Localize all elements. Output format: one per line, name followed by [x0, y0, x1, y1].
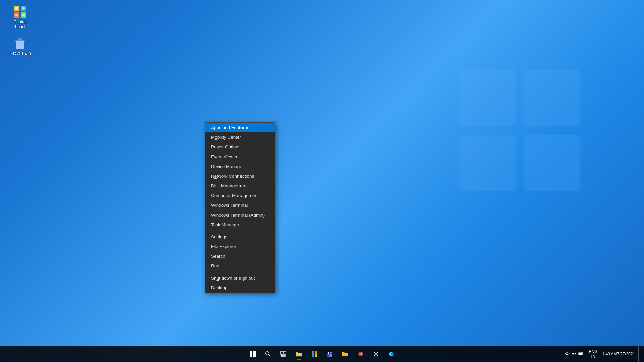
menu-item-desktop[interactable]: Desktop	[205, 283, 275, 293]
menu-item-apps-features[interactable]: Apps and Features	[205, 123, 275, 132]
menu-item-windows-terminal-admin-label: Windows Terminal (Admin)	[211, 213, 265, 218]
clock-date: 7/27/2021	[617, 351, 635, 357]
svg-point-22	[266, 352, 269, 355]
menu-item-file-explorer-label: File Explorer	[211, 244, 236, 249]
taskbar-left: ^	[0, 352, 6, 356]
language-line1: ENG	[589, 349, 598, 354]
svg-rect-0	[460, 70, 516, 126]
show-desktop-button[interactable]	[638, 346, 641, 362]
taskbar-task-view-button[interactable]	[276, 347, 291, 361]
language-indicator[interactable]: ENG IN	[588, 349, 599, 360]
clock-button[interactable]: 1:40 AM 7/27/2021	[600, 350, 637, 358]
menu-item-task-manager[interactable]: Task Manager	[205, 220, 275, 230]
menu-item-computer-management-label: Computer Management	[211, 193, 259, 198]
menu-item-power-options[interactable]: Power Options	[205, 142, 275, 152]
menu-item-mobility-center[interactable]: Mobility Center	[205, 132, 275, 142]
taskbar-center-icons: R	[245, 347, 399, 361]
tray-icons-area	[562, 350, 586, 358]
menu-item-disk-management-label: Disk Management	[211, 183, 248, 188]
desktop-icon-recycle-bin[interactable]: Recycle Bin	[7, 35, 34, 57]
svg-point-9	[22, 7, 25, 10]
menu-item-settings-label: Settings	[211, 234, 227, 239]
menu-item-desktop-label: Desktop	[211, 285, 228, 290]
menu-divider-2	[205, 272, 275, 272]
svg-rect-26	[281, 355, 285, 357]
recycle-bin-label: Recycle Bin	[9, 51, 31, 56]
svg-rect-24	[281, 351, 283, 355]
desktop-icons: Control Panel Recycle Bin	[7, 3, 34, 57]
menu-item-shut-down-label: Shut down or sign out	[211, 276, 255, 281]
language-line2: IN	[589, 354, 598, 359]
menu-item-device-manager[interactable]: Device Manager	[205, 162, 275, 171]
desktop-icon-control-panel[interactable]: Control Panel	[7, 3, 34, 31]
taskbar: ^	[0, 346, 644, 362]
taskbar-search-button[interactable]	[261, 347, 275, 361]
menu-item-task-manager-label: Task Manager	[211, 222, 239, 227]
svg-rect-25	[284, 351, 286, 355]
svg-rect-41	[583, 353, 583, 354]
menu-item-search[interactable]: Search	[205, 251, 275, 261]
svg-point-33	[328, 352, 329, 354]
submenu-chevron-icon: ›	[268, 276, 269, 280]
menu-item-device-manager-label: Device Manager	[211, 164, 244, 169]
menu-item-event-viewer-label: Event Viewer	[211, 154, 237, 159]
network-tray-icon[interactable]	[565, 351, 570, 357]
menu-item-disk-management[interactable]: Disk Management	[205, 181, 275, 191]
start-button[interactable]	[245, 347, 260, 361]
battery-tray-icon[interactable]	[578, 351, 584, 357]
svg-rect-2	[460, 135, 516, 191]
menu-item-search-label: Search	[211, 254, 225, 259]
svg-rect-28	[315, 351, 317, 354]
volume-tray-icon[interactable]	[572, 351, 576, 357]
svg-rect-27	[312, 351, 314, 354]
svg-point-10	[15, 14, 18, 16]
windows-logo-watermark	[456, 67, 584, 194]
menu-item-windows-terminal[interactable]: Windows Terminal	[205, 200, 275, 210]
menu-item-apps-features-label: Apps and Features	[211, 125, 249, 130]
menu-item-power-options-label: Power Options	[211, 144, 241, 149]
desktop: Control Panel Recycle Bin Apps and Featu…	[0, 0, 644, 362]
tray-show-hidden-button[interactable]: ⌃	[554, 351, 561, 357]
svg-rect-18	[250, 351, 252, 354]
control-panel-label: Control Panel	[8, 20, 32, 29]
context-menu: Apps and Features Mobility Center Power …	[205, 122, 275, 293]
menu-item-file-explorer[interactable]: File Explorer	[205, 242, 275, 251]
menu-item-network-connections[interactable]: Network Connections	[205, 171, 275, 181]
svg-point-37	[375, 353, 377, 355]
clock-time: 1:40 AM	[602, 351, 617, 357]
system-tray: ⌃	[554, 346, 644, 362]
menu-item-run[interactable]: Run	[205, 261, 275, 271]
svg-rect-14	[18, 38, 22, 40]
menu-item-settings[interactable]: Settings	[205, 232, 275, 242]
menu-item-computer-management[interactable]: Computer Management	[205, 191, 275, 200]
taskbar-folder-button[interactable]	[338, 347, 353, 361]
svg-rect-13	[15, 40, 25, 41]
taskbar-file-explorer-button[interactable]	[291, 347, 306, 361]
taskbar-settings-button[interactable]	[369, 347, 383, 361]
menu-item-event-viewer[interactable]: Event Viewer	[205, 152, 275, 162]
svg-rect-29	[312, 354, 314, 357]
svg-rect-34	[327, 354, 330, 357]
menu-item-windows-terminal-admin[interactable]: Windows Terminal (Admin)	[205, 210, 275, 220]
menu-item-shut-down[interactable]: Shut down or sign out ›	[205, 273, 275, 283]
menu-item-mobility-center-label: Mobility Center	[211, 135, 241, 140]
menu-divider-1	[205, 231, 275, 231]
taskbar-show-hidden-icon[interactable]: ^	[1, 352, 6, 356]
svg-line-23	[269, 355, 270, 356]
taskbar-browser-button[interactable]	[384, 347, 399, 361]
svg-rect-19	[253, 351, 256, 354]
taskbar-teams-button[interactable]	[322, 347, 337, 361]
taskbar-app1-button[interactable]: R	[353, 347, 368, 361]
taskbar-store-button[interactable]	[307, 347, 322, 361]
menu-item-run-label: Run	[211, 263, 219, 268]
svg-rect-20	[250, 354, 252, 357]
svg-point-11	[22, 14, 25, 16]
svg-rect-30	[315, 354, 317, 357]
svg-rect-21	[253, 354, 256, 357]
menu-item-windows-terminal-label: Windows Terminal	[211, 203, 248, 208]
menu-item-network-connections-label: Network Connections	[211, 174, 254, 179]
svg-text:R: R	[359, 352, 362, 356]
svg-marker-39	[572, 352, 574, 355]
svg-point-31	[330, 352, 332, 354]
svg-rect-42	[579, 353, 582, 355]
